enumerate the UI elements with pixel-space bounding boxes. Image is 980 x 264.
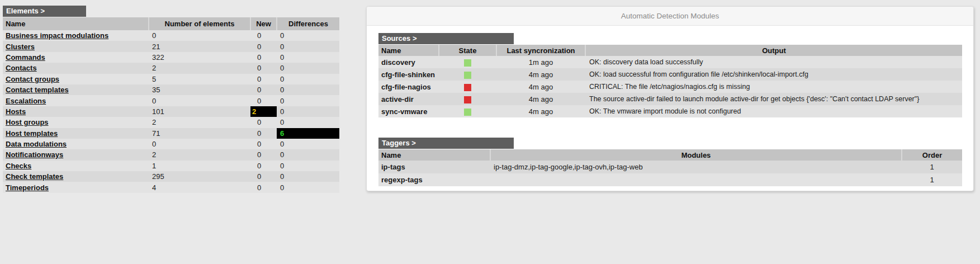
col-header-last-syncronization: Last syncronization: [496, 45, 585, 56]
diff-value: 0: [277, 139, 339, 149]
taggers-section-header[interactable]: Taggers >: [378, 138, 514, 149]
tagger-name: ip-tags: [378, 161, 490, 173]
count-value: 4: [149, 182, 250, 192]
new-value: 0: [250, 128, 277, 139]
count-value: 322: [149, 52, 250, 63]
table-row: Notificationways 2 0 0: [3, 149, 339, 160]
elements-section-header[interactable]: Elements >: [3, 6, 86, 17]
diff-value: 0: [277, 74, 339, 84]
tagger-order: 1: [902, 173, 962, 186]
sources-section-header[interactable]: Sources >: [378, 33, 514, 44]
element-link-notificationways[interactable]: Notificationways: [6, 150, 63, 159]
new-value-highlighted: 2: [250, 106, 277, 117]
element-link-contact-templates[interactable]: Contact templates: [6, 86, 69, 94]
source-name: cfg-file-nagios: [378, 81, 439, 93]
automatic-detection-modules-card: Automatic Detection Modules Sources > Na…: [366, 6, 974, 191]
state-ok-icon: [464, 59, 471, 67]
element-link-hosts[interactable]: Hosts: [6, 107, 26, 116]
diff-value: 0: [277, 117, 339, 128]
diff-value: 0: [277, 106, 339, 117]
element-link-clusters[interactable]: Clusters: [6, 43, 35, 51]
elements-table: Name Number of elements New Differences …: [3, 17, 339, 193]
last-sync-value: 4m ago: [496, 105, 585, 117]
state-ok-icon: [464, 109, 471, 116]
tagger-modules: ip-tag-dmz,ip-tag-google,ip-tag-ovh,ip-t…: [490, 161, 902, 173]
count-value: 0: [149, 139, 250, 149]
diff-value: 0: [277, 30, 339, 41]
diff-value: 0: [277, 41, 339, 51]
new-value: 0: [250, 84, 277, 95]
taggers-header-row: Name Modules Order: [378, 149, 962, 161]
table-row: Commands 322 0 0: [3, 52, 339, 63]
table-row: Escalations 0 0 0: [3, 95, 339, 106]
element-link-business-impact-modulations[interactable]: Business impact modulations: [6, 31, 108, 40]
col-header-order: Order: [902, 149, 962, 161]
table-row: sync-vmware 4m ago OK: The vmware import…: [378, 105, 962, 117]
count-value: 21: [149, 41, 250, 51]
new-value: 0: [250, 139, 277, 149]
sources-header-row: Name State Last syncronization Output: [378, 45, 962, 56]
table-row: Contact groups 5 0 0: [3, 74, 339, 84]
col-header-source-name: Name: [378, 45, 439, 56]
output-value: OK: discovery data load successfully: [585, 56, 962, 68]
count-value: 2: [149, 63, 250, 73]
element-link-contacts[interactable]: Contacts: [6, 64, 37, 72]
elements-header-row: Name Number of elements New Differences: [3, 17, 339, 30]
table-row: Contacts 2 0 0: [3, 63, 339, 73]
source-name: cfg-file-shinken: [378, 68, 439, 81]
count-value: 0: [149, 95, 250, 106]
diff-value: 0: [277, 95, 339, 106]
element-link-host-groups[interactable]: Host groups: [6, 118, 49, 126]
new-value: 0: [250, 182, 277, 192]
output-value: CRITICAL: The file /etc/nagios/nagios.cf…: [585, 81, 962, 93]
table-row: Business impact modulations 0 0 0: [3, 30, 339, 41]
element-link-data-modulations[interactable]: Data modulations: [6, 140, 67, 148]
diff-value: 0: [277, 63, 339, 73]
output-value: OK: load successful from configuration f…: [585, 68, 962, 81]
element-link-escalations[interactable]: Escalations: [6, 97, 46, 105]
new-value: 0: [250, 117, 277, 128]
table-row: cfg-file-nagios 4m ago CRITICAL: The fil…: [378, 81, 962, 93]
element-link-commands[interactable]: Commands: [6, 53, 45, 62]
element-link-timeperiods[interactable]: Timeperiods: [6, 183, 49, 192]
col-header-modules: Modules: [490, 149, 902, 161]
tagger-order: 1: [902, 161, 962, 173]
new-value: 0: [250, 149, 277, 160]
taggers-table: Name Modules Order ip-tags ip-tag-dmz,ip…: [378, 149, 962, 186]
table-row: Contact templates 35 0 0: [3, 84, 339, 95]
element-link-contact-groups[interactable]: Contact groups: [6, 75, 59, 83]
count-value: 2: [149, 117, 250, 128]
state-critical-icon: [464, 84, 471, 91]
table-row: Timeperiods 4 0 0: [3, 182, 339, 192]
new-value: 0: [250, 95, 277, 106]
table-row: discovery 1m ago OK: discovery data load…: [378, 56, 962, 68]
element-link-checks[interactable]: Checks: [6, 162, 31, 170]
col-header-number-of-elements: Number of elements: [149, 17, 250, 30]
last-sync-value: 4m ago: [496, 81, 585, 93]
table-row: ip-tags ip-tag-dmz,ip-tag-google,ip-tag-…: [378, 161, 962, 173]
source-name: discovery: [378, 56, 439, 68]
count-value: 295: [149, 171, 250, 182]
table-row: Clusters 21 0 0: [3, 41, 339, 51]
diff-value: 0: [277, 149, 339, 160]
diff-value: 0: [277, 52, 339, 63]
table-row: cfg-file-shinken 4m ago OK: load success…: [378, 68, 962, 81]
count-value: 1: [149, 161, 250, 171]
count-value: 2: [149, 149, 250, 160]
new-value: 0: [250, 52, 277, 63]
element-link-check-templates[interactable]: Check templates: [6, 172, 63, 181]
col-header-new: New: [250, 17, 277, 30]
diff-value: 0: [277, 182, 339, 192]
table-row: Checks 1 0 0: [3, 161, 339, 171]
col-header-output: Output: [585, 45, 962, 56]
element-link-host-templates[interactable]: Host templates: [6, 129, 58, 138]
state-ok-icon: [464, 72, 471, 79]
table-row: Data modulations 0 0 0: [3, 139, 339, 149]
col-header-name: Name: [3, 17, 149, 30]
table-row: active-dir 4m ago The source active-dir …: [378, 93, 962, 105]
source-name: active-dir: [378, 93, 439, 105]
new-value: 0: [250, 74, 277, 84]
new-value: 0: [250, 161, 277, 171]
tagger-modules: [490, 173, 902, 186]
taggers-section: Taggers > Name Modules Order ip-tags ip-…: [378, 138, 962, 186]
